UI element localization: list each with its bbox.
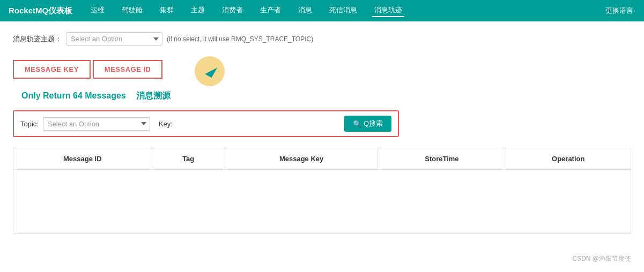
nav-item-xiaofeizhe[interactable]: 消费者	[220, 4, 245, 17]
topic-label: Topic:	[20, 120, 39, 128]
nav-item-sixinxiaoxi[interactable]: 死信消息	[327, 4, 359, 17]
main-content: 消息轨迹主题： Select an Option (if no select, …	[0, 21, 644, 245]
trace-topic-hint: (if no select, it will use RMQ_SYS_TRACE…	[167, 35, 313, 43]
col-message-id: Message ID	[13, 148, 152, 170]
search-topic-select[interactable]: Select an Option	[43, 117, 150, 131]
data-table: Message ID Tag Message Key StoreTime Ope…	[13, 148, 631, 234]
nav-item-xiaoxi[interactable]: 消息	[296, 4, 314, 17]
col-tag: Tag	[152, 148, 225, 170]
search-button-label: Q搜索	[364, 119, 383, 129]
table-header-row: Message ID Tag Message Key StoreTime Ope…	[13, 148, 631, 170]
lang-switch[interactable]: 更换语言·	[605, 6, 635, 16]
trace-topic-row: 消息轨迹主题： Select an Option (if no select, …	[13, 32, 631, 46]
col-operation: Operation	[506, 148, 631, 170]
nav-item-zhuti[interactable]: 主题	[189, 4, 207, 17]
nav-item-shengchanzhe[interactable]: 生产者	[258, 4, 283, 17]
col-message-key: Message Key	[225, 148, 377, 170]
trace-topic-label: 消息轨迹主题：	[13, 34, 62, 44]
nav-item-yunwei[interactable]: 运维	[88, 4, 107, 17]
search-box: Topic: Select an Option Key: 🔍 Q搜索	[13, 110, 399, 137]
table-empty-row	[13, 170, 631, 234]
col-store-time: StoreTime	[378, 148, 506, 170]
tab-message-id[interactable]: MESSAGE ID	[93, 60, 163, 79]
search-button[interactable]: 🔍 Q搜索	[344, 116, 391, 132]
search-key-input[interactable]	[177, 120, 340, 128]
search-icon: 🔍	[353, 120, 361, 128]
tab-mascot-row: MESSAGE KEY MESSAGE ID	[13, 56, 631, 86]
nav-item-jiqun[interactable]: 集群	[158, 4, 176, 17]
return-label-text: Only Return 64 Messages	[21, 91, 126, 100]
table-head: Message ID Tag Message Key StoreTime Ope…	[13, 148, 631, 170]
brand-logo: RocketMQ仪表板	[9, 6, 72, 16]
tab-row: MESSAGE KEY MESSAGE ID	[13, 60, 162, 79]
nav-items: 运维 驾驶舱 集群 主题 消费者 生产者 消息 死信消息 消息轨迹	[88, 4, 605, 17]
key-label: Key:	[159, 120, 173, 128]
mascot-area	[195, 56, 225, 86]
nav-item-jiashicang[interactable]: 驾驶舱	[120, 4, 145, 17]
trace-topic-select[interactable]: Select an Option	[66, 32, 162, 46]
trace-label: 消息溯源	[136, 91, 171, 100]
mascot-circle	[195, 56, 225, 86]
table-body	[13, 170, 631, 234]
nav-item-xiaoxiguiji[interactable]: 消息轨迹	[372, 4, 404, 17]
return-label-row: Only Return 64 Messages 消息溯源	[13, 90, 631, 102]
tab-message-key[interactable]: MESSAGE KEY	[13, 60, 91, 79]
mascot-arrow-icon	[205, 64, 218, 78]
navbar: RocketMQ仪表板 运维 驾驶舱 集群 主题 消费者 生产者 消息 死信消息…	[0, 0, 644, 21]
